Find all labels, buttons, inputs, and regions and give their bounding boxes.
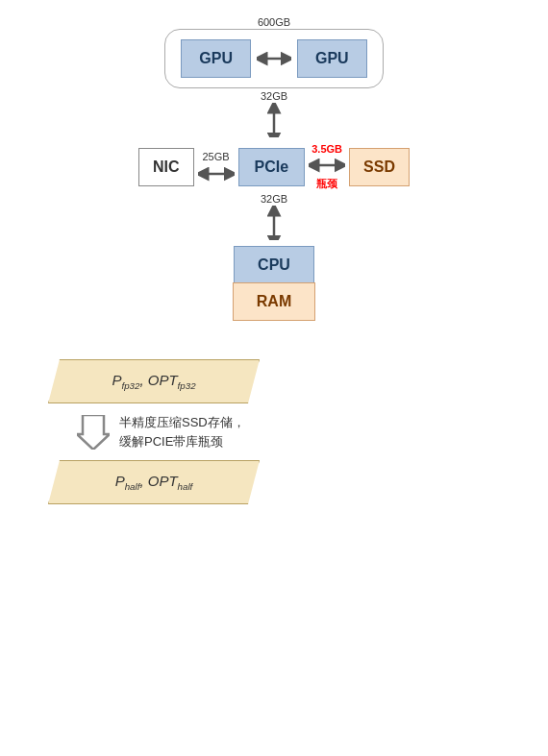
gpu-arrow-icon (257, 48, 291, 69)
formula-box-1: Pfp32, OPTfp32 (48, 359, 260, 403)
formula-text-1: Pfp32, OPTfp32 (112, 372, 195, 388)
pcie-box: PCIe (238, 148, 306, 186)
cpu-box: CPU (234, 246, 314, 284)
gpu-bandwidth-label: 600GB (258, 16, 290, 28)
pcie-ssd-arrow-group: 3.5GB 瓶颈 (309, 143, 345, 191)
formula-box-2: Phalf, OPThalf (48, 460, 260, 504)
pcie-to-gpu-bw-label: 32GB (261, 90, 287, 102)
ram-box: RAM (233, 282, 315, 321)
arrow-description-line1: 半精度压缩SSD存储， (119, 413, 245, 432)
gpu-box-left: GPU (181, 39, 251, 78)
pcie-to-cpu-bw-label: 32GB (261, 193, 287, 205)
bottleneck-label: 瓶颈 (316, 177, 337, 191)
middle-row: NIC 25GB PCIe 3.5GB (138, 143, 410, 191)
down-arrow-section: 半精度压缩SSD存储， 缓解PCIE带库瓶颈 (77, 413, 245, 451)
vertical-arrow-pcie-cpu (262, 206, 286, 240)
nic-box: NIC (138, 148, 194, 186)
vertical-arrow-gpu-pcie (262, 103, 286, 137)
pcie-cpu-arrow: 32GB (261, 193, 287, 244)
ssd-box: SSD (349, 148, 410, 186)
svg-marker-5 (77, 415, 110, 450)
formula-text-2: Phalf, OPThalf (115, 473, 193, 489)
pcie-ssd-arrow-icon (309, 156, 345, 175)
ssd-bandwidth-label: 3.5GB (311, 143, 342, 155)
down-arrow-icon (77, 415, 110, 450)
nic-pcie-arrow-group: 25GB (198, 151, 235, 183)
arrow-description-line2: 缓解PCIE带库瓶颈 (119, 432, 245, 451)
gpu-group: 600GB GPU GPU (164, 29, 383, 88)
nic-pcie-arrow-icon (198, 164, 235, 183)
diagram-container: 600GB GPU GPU 32GB (0, 0, 548, 321)
lower-section: Pfp32, OPTfp32 半精度压缩SSD存储， 缓解PCIE带库瓶颈 Ph… (0, 359, 548, 504)
gpu-pcie-arrow: 32GB (261, 90, 287, 141)
gpu-box-right: GPU (297, 39, 367, 78)
nic-bandwidth-label: 25GB (202, 151, 229, 162)
